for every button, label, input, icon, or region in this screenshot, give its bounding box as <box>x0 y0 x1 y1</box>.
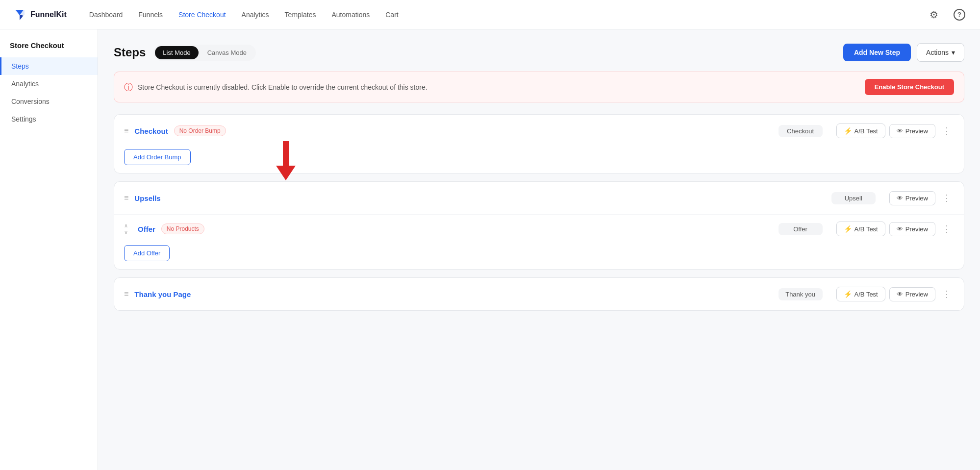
upsells-drag-handle-icon[interactable]: ≡ <box>124 194 128 202</box>
thankyou-preview-button[interactable]: 👁 Preview <box>889 287 935 301</box>
checkout-ab-test-button[interactable]: ⚡ A/B Test <box>836 124 885 138</box>
actions-label: Actions <box>926 49 949 56</box>
checkout-type-badge: Checkout <box>779 125 823 137</box>
ab-test-icon: ⚡ <box>844 127 852 135</box>
drag-handle-icon[interactable]: ≡ <box>124 126 128 135</box>
checkout-step-card: ≡ Checkout No Order Bump Checkout ⚡ A/B … <box>114 114 964 173</box>
offer-type-badge: Offer <box>779 223 823 235</box>
logo[interactable]: FunnelKit <box>12 7 67 23</box>
mode-switcher: List Mode Canvas Mode <box>153 45 256 61</box>
upsells-more-button[interactable]: ⋮ <box>939 191 954 205</box>
page-header-left: Steps List Mode Canvas Mode <box>114 45 256 61</box>
canvas-mode-button[interactable]: Canvas Mode <box>200 46 254 59</box>
nav-automations[interactable]: Automations <box>325 7 377 23</box>
sidebar-analytics-label: Analytics <box>11 80 39 88</box>
checkout-step-name[interactable]: Checkout <box>134 127 168 135</box>
page-title: Steps <box>114 46 146 59</box>
upsells-sub-actions: Add Offer <box>114 243 964 269</box>
sidebar-conversions-label: Conversions <box>11 98 50 105</box>
thankyou-more-button[interactable]: ⋮ <box>939 287 954 301</box>
help-button[interactable]: ? <box>951 6 968 24</box>
upsells-step-card: ≡ Upsells Upsell 👁 Preview ⋮ ∧ <box>114 181 964 270</box>
actions-button[interactable]: Actions ▾ <box>917 43 964 62</box>
upsells-step-name[interactable]: Upsells <box>134 194 160 202</box>
offer-ab-test-icon: ⚡ <box>844 225 852 233</box>
nav-right-actions: ⚙ ? <box>925 6 968 24</box>
thankyou-eye-icon: 👁 <box>897 291 903 298</box>
checkout-no-order-bump-badge: No Order Bump <box>174 125 226 136</box>
offer-sub-row: ∧ ∨ Offer No Products Offer ⚡ A/B Test 👁 <box>114 214 964 243</box>
chevron-down-icon: ∨ <box>124 229 128 236</box>
upsells-preview-label: Preview <box>905 195 928 202</box>
offer-ab-test-button[interactable]: ⚡ A/B Test <box>836 222 885 236</box>
thankyou-step-name[interactable]: Thank you Page <box>134 290 191 298</box>
offer-preview-button[interactable]: 👁 Preview <box>889 222 935 236</box>
enable-store-checkout-button[interactable]: Enable Store Checkout <box>865 79 954 95</box>
settings-icon: ⚙ <box>930 9 938 21</box>
add-order-bump-button[interactable]: Add Order Bump <box>124 149 191 165</box>
page-header-right: Add New Step Actions ▾ <box>843 43 964 62</box>
nav-analytics[interactable]: Analytics <box>235 7 276 23</box>
sidebar-item-conversions[interactable]: Conversions <box>0 93 98 110</box>
add-new-step-button[interactable]: Add New Step <box>843 44 911 61</box>
upsells-step-row: ≡ Upsells Upsell 👁 Preview ⋮ <box>114 182 964 214</box>
checkout-preview-button[interactable]: 👁 Preview <box>889 124 935 138</box>
offer-eye-icon: 👁 <box>897 225 903 233</box>
checkout-more-button[interactable]: ⋮ <box>939 124 954 138</box>
offer-no-products-badge: No Products <box>161 223 204 234</box>
upsells-preview-button[interactable]: 👁 Preview <box>889 191 935 205</box>
logo-text: FunnelKit <box>30 10 67 19</box>
settings-button[interactable]: ⚙ <box>925 6 943 24</box>
thankyou-type-badge: Thank you <box>779 288 823 300</box>
alert-message: Store Checkout is currently disabled. Cl… <box>138 83 427 91</box>
offer-step-name[interactable]: Offer <box>138 225 155 233</box>
alert-circle-icon: ⓘ <box>124 81 133 93</box>
sidebar: Store Checkout Steps Analytics Conversio… <box>0 29 98 470</box>
offer-ab-test-label: A/B Test <box>854 225 878 233</box>
thankyou-drag-handle-icon[interactable]: ≡ <box>124 290 128 298</box>
list-mode-button[interactable]: List Mode <box>155 46 198 59</box>
sidebar-item-steps[interactable]: Steps <box>0 57 98 75</box>
help-icon: ? <box>954 9 965 21</box>
offer-preview-label: Preview <box>905 225 928 233</box>
thankyou-step-actions: ⚡ A/B Test 👁 Preview ⋮ <box>836 287 954 301</box>
sidebar-item-analytics[interactable]: Analytics <box>0 75 98 93</box>
nav-templates[interactable]: Templates <box>278 7 323 23</box>
checkout-preview-label: Preview <box>905 127 928 135</box>
thankyou-step-card: ≡ Thank you Page Thank you ⚡ A/B Test 👁 … <box>114 277 964 311</box>
offer-step-actions: ⚡ A/B Test 👁 Preview ⋮ <box>836 222 954 236</box>
sidebar-item-settings[interactable]: Settings <box>0 110 98 128</box>
nav-store-checkout[interactable]: Store Checkout <box>172 7 233 23</box>
sidebar-settings-label: Settings <box>11 115 36 123</box>
nav-dashboard[interactable]: Dashboard <box>82 7 130 23</box>
page-header: Steps List Mode Canvas Mode Add New Step… <box>114 43 964 62</box>
offer-more-button[interactable]: ⋮ <box>939 222 954 236</box>
chevron-down-icon: ▾ <box>952 49 955 56</box>
steps-section: ≡ Checkout No Order Bump Checkout ⚡ A/B … <box>114 114 964 311</box>
checkout-sub-actions: Add Order Bump <box>114 147 964 173</box>
alert-banner: ⓘ Store Checkout is currently disabled. … <box>114 72 964 102</box>
sidebar-steps-label: Steps <box>11 62 29 70</box>
checkout-ab-test-label: A/B Test <box>854 127 878 135</box>
checkout-step-row: ≡ Checkout No Order Bump Checkout ⚡ A/B … <box>114 115 964 147</box>
nav-cart[interactable]: Cart <box>378 7 405 23</box>
thankyou-preview-label: Preview <box>905 291 928 298</box>
alert-left: ⓘ Store Checkout is currently disabled. … <box>124 81 427 93</box>
nav-funnels[interactable]: Funnels <box>131 7 170 23</box>
thankyou-ab-test-icon: ⚡ <box>844 290 852 298</box>
app-layout: Store Checkout Steps Analytics Conversio… <box>0 29 980 470</box>
chevron-up-icon: ∧ <box>124 223 128 229</box>
thankyou-ab-test-button[interactable]: ⚡ A/B Test <box>836 287 885 301</box>
checkout-step-actions: ⚡ A/B Test 👁 Preview ⋮ <box>836 124 954 138</box>
main-content: Steps List Mode Canvas Mode Add New Step… <box>98 29 980 470</box>
thankyou-ab-test-label: A/B Test <box>854 291 878 298</box>
funnelkit-logo-icon <box>12 7 27 23</box>
top-navigation: FunnelKit Dashboard Funnels Store Checko… <box>0 0 980 29</box>
sidebar-title: Store Checkout <box>0 41 98 57</box>
upsells-eye-icon: 👁 <box>897 195 903 202</box>
add-offer-button[interactable]: Add Offer <box>124 245 170 261</box>
eye-icon: 👁 <box>897 127 903 135</box>
upsells-step-actions: 👁 Preview ⋮ <box>889 191 954 205</box>
upsells-type-badge: Upsell <box>831 192 876 204</box>
offer-reorder-icon[interactable]: ∧ ∨ <box>124 223 128 236</box>
